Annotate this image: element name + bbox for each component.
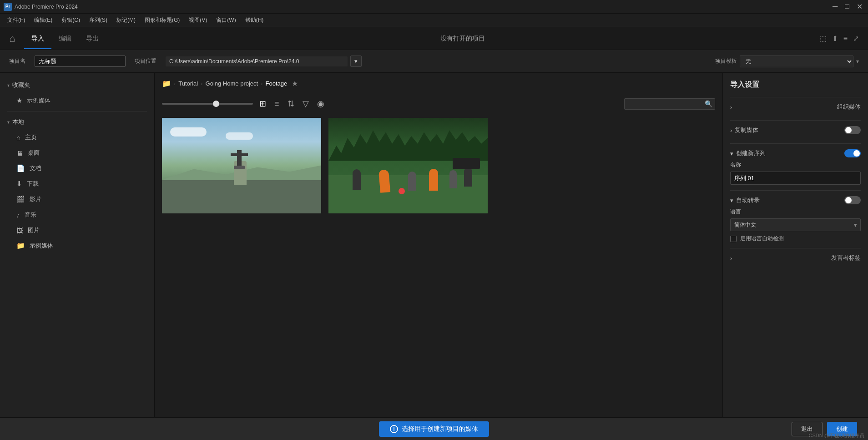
nav-share-icon[interactable]: ⬆ <box>832 34 838 43</box>
sidebar: ▾ 收藏夹 ★ 示例媒体 ▾ 本地 ⌂ 主页 🖥 桌面 📄 文档 ⬇ 下载 � <box>0 73 155 417</box>
project-name-input[interactable] <box>35 56 126 67</box>
main-content: ▾ 收藏夹 ★ 示例媒体 ▾ 本地 ⌂ 主页 🖥 桌面 📄 文档 ⬇ 下载 � <box>0 73 868 417</box>
bottom-bar: i 选择用于创建新项目的媒体 退出 创建 CSDN @不秘职的程序员 <box>0 417 868 440</box>
filter-button[interactable]: ▽ <box>301 97 311 111</box>
nav-new-project-icon[interactable]: ⬚ <box>820 34 827 43</box>
home-icon: ⌂ <box>16 134 20 142</box>
local-title: 本地 <box>12 118 24 126</box>
file-browser: 📁 › Tutorial › Going Home project › Foot… <box>155 73 722 417</box>
project-template-label: 项目模板 <box>715 57 737 65</box>
thumbnail-size-slider[interactable] <box>162 103 253 105</box>
sort-button[interactable]: ⇅ <box>286 97 296 111</box>
menu-bar: 文件(F) 编辑(E) 剪辑(C) 序列(S) 标记(M) 图形和标题(G) 视… <box>0 14 868 27</box>
menu-marker[interactable]: 标记(M) <box>113 15 139 26</box>
file-grid <box>155 113 722 417</box>
menu-file[interactable]: 文件(F) <box>4 15 29 26</box>
project-location-dropdown[interactable]: ▾ <box>350 56 362 67</box>
close-button[interactable]: ✕ <box>855 2 864 11</box>
speaker-label-header[interactable]: › 发言者标签 <box>730 254 861 262</box>
movie-icon: 🎬 <box>16 195 25 203</box>
copy-media-section: › 复制媒体 <box>730 120 861 143</box>
nav-right-controls: ⬚ ⬆ ≡ ⤢ <box>820 34 859 43</box>
project-location-input[interactable] <box>166 56 348 66</box>
music-icon: ♪ <box>16 211 20 219</box>
breadcrumb-star-icon[interactable]: ★ <box>292 79 298 88</box>
info-icon: i <box>390 425 398 433</box>
create-sequence-label: 创建新序列 <box>736 149 766 157</box>
sidebar-item-sample-media[interactable]: ★ 示例媒体 <box>0 93 154 108</box>
menu-help[interactable]: 帮助(H) <box>242 15 267 26</box>
favorites-section[interactable]: ▾ 收藏夹 <box>0 77 154 93</box>
menu-sequence[interactable]: 序列(S) <box>86 15 111 26</box>
project-template-select[interactable]: 无 <box>740 56 853 67</box>
breadcrumb-folder-icon[interactable]: 📁 <box>162 79 171 88</box>
sidebar-item-music[interactable]: ♪ 音乐 <box>0 207 154 223</box>
menu-graphics[interactable]: 图形和标题(G) <box>141 15 183 26</box>
sidebar-item-home[interactable]: ⌂ 主页 <box>0 130 154 145</box>
sidebar-item-desktop[interactable]: 🖥 桌面 <box>0 145 154 161</box>
file-toolbar: ⊞ ≡ ⇅ ▽ ◉ 🔍 <box>155 94 722 113</box>
sequence-name-input[interactable] <box>730 172 861 185</box>
project-location-field: ▾ <box>166 56 362 67</box>
language-select[interactable]: 简体中文 <box>730 218 861 231</box>
file-card-1[interactable] <box>162 118 321 213</box>
watermark: CSDN @不秘职的程序员 <box>809 432 864 439</box>
sidebar-item-sample-media-local-label: 示例媒体 <box>30 242 53 250</box>
menu-view[interactable]: 视图(V) <box>185 15 211 26</box>
file-thumbnail-1 <box>162 118 321 213</box>
tab-edit[interactable]: 编辑 <box>51 28 79 49</box>
search-icon: 🔍 <box>705 100 712 107</box>
auto-transcript-arrow-icon: ▾ <box>730 197 733 204</box>
sidebar-item-documents[interactable]: 📄 文档 <box>0 161 154 176</box>
auto-transcript-toggle[interactable] <box>844 196 861 204</box>
local-section[interactable]: ▾ 本地 <box>0 114 154 130</box>
organize-media-header[interactable]: › 组织媒体 <box>730 103 861 111</box>
sidebar-item-pictures[interactable]: 🖼 图片 <box>0 223 154 238</box>
copy-media-header[interactable]: › 复制媒体 <box>730 126 861 134</box>
speaker-label-section: › 发言者标签 <box>730 248 861 271</box>
menu-clip[interactable]: 剪辑(C) <box>58 15 84 26</box>
auto-transcript-section: ▾ 自动转录 语言 简体中文 ▾ 启用语言自动检测 <box>730 190 861 248</box>
breadcrumb-tutorial[interactable]: Tutorial <box>178 80 198 87</box>
file-card-2[interactable] <box>328 118 488 213</box>
breadcrumb-going-home[interactable]: Going Home project <box>206 80 258 87</box>
minimize-button[interactable]: ─ <box>831 2 839 11</box>
maximize-button[interactable]: □ <box>843 2 851 11</box>
create-sequence-toggle[interactable] <box>844 149 861 157</box>
auto-transcript-header[interactable]: ▾ 自动转录 <box>730 196 861 204</box>
nav-fullscreen-icon[interactable]: ⤢ <box>853 34 859 43</box>
tab-export[interactable]: 导出 <box>79 28 106 49</box>
nav-menu-icon[interactable]: ≡ <box>843 35 848 43</box>
list-view-button[interactable]: ≡ <box>273 97 281 111</box>
right-panel-title: 导入设置 <box>730 80 861 90</box>
sidebar-item-pictures-label: 图片 <box>28 226 40 234</box>
language-select-container: 简体中文 ▾ <box>730 218 861 231</box>
sidebar-item-downloads-label: 下载 <box>27 180 39 188</box>
favorites-arrow-icon: ▾ <box>7 83 10 88</box>
sequence-name-label: 名称 <box>730 161 861 169</box>
nav-tabs: 导入 编辑 导出 <box>24 28 106 49</box>
thumbnail-size-slider-container <box>162 103 253 105</box>
auto-detect-checkbox[interactable] <box>730 236 737 242</box>
create-sequence-header[interactable]: ▾ 创建新序列 <box>730 149 861 157</box>
menu-edit[interactable]: 编辑(E) <box>30 15 56 26</box>
tab-import[interactable]: 导入 <box>24 28 51 49</box>
home-nav-button[interactable]: ⌂ <box>9 33 15 45</box>
menu-window[interactable]: 窗口(W) <box>212 15 239 26</box>
auto-detect-label: 启用语言自动检测 <box>740 235 784 243</box>
project-location-label: 项目位置 <box>135 57 156 65</box>
sidebar-item-movies-label: 影片 <box>30 195 41 203</box>
grid-view-button[interactable]: ⊞ <box>257 97 268 111</box>
local-arrow-icon: ▾ <box>7 120 10 125</box>
sidebar-item-sample-media-local[interactable]: 📁 示例媒体 <box>0 238 154 253</box>
search-input[interactable] <box>624 98 715 110</box>
window-controls[interactable]: ─ □ ✕ <box>831 2 864 11</box>
sidebar-item-movies[interactable]: 🎬 影片 <box>0 192 154 207</box>
copy-media-toggle[interactable] <box>844 126 861 134</box>
preview-button[interactable]: ◉ <box>315 97 326 111</box>
sidebar-divider <box>7 111 147 111</box>
organize-media-section: › 组织媒体 <box>730 97 861 120</box>
sidebar-item-downloads[interactable]: ⬇ 下载 <box>0 176 154 192</box>
organize-arrow-icon: › <box>730 104 732 111</box>
auto-transcript-label: 自动转录 <box>736 196 760 204</box>
